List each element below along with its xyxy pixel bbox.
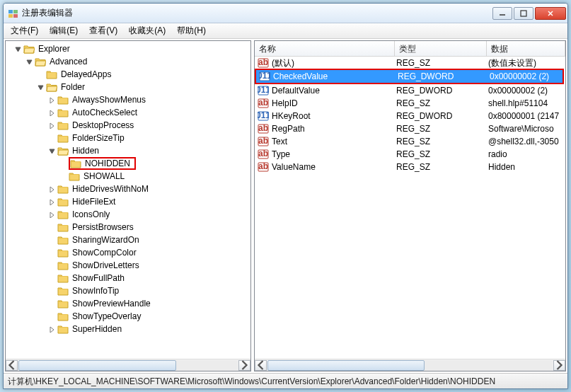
tree-item-hidden[interactable]: Hidden (6, 144, 250, 157)
list-hscroll[interactable] (255, 359, 565, 371)
col-data[interactable]: 数据 (487, 41, 565, 56)
tree-item-delayedApps[interactable]: DelayedApps (6, 68, 250, 81)
value-row[interactable]: HelpID REG_SZ shell.hlp#51104 (255, 97, 565, 110)
folder-icon (57, 184, 69, 194)
tree-label: FolderSizeTip (71, 133, 126, 143)
menu-favorites[interactable]: 收藏夹(A) (123, 23, 171, 38)
tree-label: PersistBrowsers (71, 222, 135, 232)
value-row[interactable]: HKeyRoot REG_DWORD 0x80000001 (2147 (255, 110, 565, 122)
scroll-right-button[interactable] (553, 360, 565, 371)
value-row[interactable]: RegPath REG_SZ Software\Microso (255, 122, 565, 135)
col-type[interactable]: 类型 (395, 41, 487, 56)
value-row[interactable]: (默认) REG_SZ (数值未设置) (255, 57, 565, 69)
tree-item-advanced[interactable]: Advanced (6, 55, 250, 68)
expander-icon[interactable] (48, 325, 56, 333)
tree-label: DesktopProcess (71, 120, 135, 130)
expander-icon[interactable] (48, 211, 56, 219)
tree-item-sharingWizardOn[interactable]: SharingWizardOn (6, 234, 250, 246)
expander-icon[interactable] (48, 300, 56, 308)
string-icon (258, 161, 269, 173)
titlebar[interactable]: 注册表编辑器 (4, 4, 567, 23)
value-row[interactable]: DefaultValue REG_DWORD 0x00000002 (2) (255, 84, 565, 97)
value-name: DefaultValue (272, 86, 396, 96)
tree-item-iconsOnly[interactable]: IconsOnly (6, 208, 250, 221)
folder-icon (57, 222, 69, 232)
maximize-button[interactable] (514, 7, 533, 20)
value-data: 0x00000002 (2) (490, 71, 563, 81)
folder-icon (70, 158, 81, 168)
tree-item-showInfoTip[interactable]: ShowInfoTip (6, 284, 250, 297)
expander-icon[interactable] (48, 236, 56, 244)
tree-item-showall[interactable]: SHOWALL (6, 170, 250, 183)
menubar: 文件(F) 编辑(E) 查看(V) 收藏夹(A) 帮助(H) (4, 23, 567, 39)
scroll-left-button[interactable] (6, 360, 18, 371)
menu-edit[interactable]: 编辑(E) (44, 23, 83, 38)
tree-item-showPreviewHandle[interactable]: ShowPreviewHandle (6, 297, 250, 310)
tree-item-showTypeOverlay[interactable]: ShowTypeOverlay (6, 310, 250, 323)
value-name: (默认) (272, 57, 396, 69)
window-title: 注册表编辑器 (22, 7, 492, 19)
folder-icon (57, 299, 69, 309)
close-button[interactable] (535, 7, 566, 20)
expander-icon[interactable] (48, 122, 56, 129)
tree-label: AlwaysShowMenus (71, 95, 147, 105)
expander-icon[interactable] (14, 45, 22, 53)
expander-icon[interactable] (48, 313, 56, 321)
expander-icon[interactable] (48, 147, 56, 155)
expander-icon[interactable] (48, 185, 56, 193)
value-row[interactable]: ValueName REG_SZ Hidden (255, 161, 565, 173)
value-name: CheckedValue (273, 71, 398, 81)
tree-item-autoCheckSelect[interactable]: AutoCheckSelect (6, 106, 250, 119)
tree-scroll[interactable]: Explorer Advanced DelayedApps Folder Alw… (6, 41, 250, 359)
tree-label: Folder (59, 82, 86, 92)
tree-item-desktopProcess[interactable]: DesktopProcess (6, 119, 250, 132)
tree-item-explorer[interactable]: Explorer (6, 42, 250, 55)
menu-file[interactable]: 文件(F) (5, 23, 44, 38)
tree-label: SuperHidden (71, 324, 123, 334)
tree-item-superHidden[interactable]: SuperHidden (6, 323, 250, 335)
value-name: ValueName (272, 162, 396, 172)
minimize-button[interactable] (492, 7, 512, 20)
col-name[interactable]: 名称 (255, 41, 395, 56)
expander-icon[interactable] (48, 249, 56, 257)
tree-label: Explorer (37, 44, 71, 54)
expander-icon[interactable] (48, 96, 56, 104)
expander-icon[interactable] (48, 134, 56, 142)
value-row[interactable]: Type REG_SZ radio (255, 148, 565, 161)
menu-help[interactable]: 帮助(H) (171, 23, 212, 38)
expander-icon[interactable] (25, 58, 33, 66)
expander-icon[interactable] (59, 173, 67, 180)
expander-icon[interactable] (37, 83, 45, 91)
folder-icon (57, 324, 69, 334)
expander-icon[interactable] (48, 262, 56, 270)
list-body[interactable]: (默认) REG_SZ (数值未设置) CheckedValue REG_DWO… (255, 57, 565, 359)
scroll-left-button[interactable] (255, 360, 267, 371)
value-row[interactable]: CheckedValue REG_DWORD 0x00000002 (2) (256, 70, 563, 83)
tree-item-showFullPath[interactable]: ShowFullPath (6, 272, 250, 284)
tree-item-showDriveLetters[interactable]: ShowDriveLetters (6, 259, 250, 272)
value-data: shell.hlp#51104 (488, 98, 565, 108)
expander-icon[interactable] (48, 198, 56, 206)
expander-icon[interactable] (37, 71, 45, 79)
value-type: REG_SZ (396, 58, 488, 68)
tree-item-alwaysShowMenus[interactable]: AlwaysShowMenus (6, 93, 250, 106)
tree-item-folderSizeTip[interactable]: FolderSizeTip (6, 132, 250, 144)
tree-item-persistBrowsers[interactable]: PersistBrowsers (6, 221, 250, 234)
value-type: REG_SZ (396, 124, 488, 134)
tree-item-hideFileExt[interactable]: HideFileExt (6, 195, 250, 208)
expander-icon[interactable] (59, 160, 67, 168)
menu-view[interactable]: 查看(V) (83, 23, 123, 38)
expander-icon[interactable] (48, 109, 56, 117)
tree-item-hideDrivesWithNoM[interactable]: HideDrivesWithNoM (6, 183, 250, 195)
expander-icon[interactable] (48, 287, 56, 295)
expander-icon[interactable] (48, 224, 56, 231)
scroll-right-button[interactable] (238, 360, 250, 371)
string-icon (258, 57, 269, 69)
tree-item-showCompColor[interactable]: ShowCompColor (6, 246, 250, 259)
value-row[interactable]: Text REG_SZ @shell32.dll,-3050 (255, 135, 565, 148)
tree-hscroll[interactable] (6, 359, 250, 371)
expander-icon[interactable] (48, 275, 56, 282)
tree-item-nohidden[interactable]: NOHIDDEN (6, 157, 250, 170)
value-type: REG_SZ (396, 98, 488, 108)
tree-item-folder[interactable]: Folder (6, 81, 250, 93)
